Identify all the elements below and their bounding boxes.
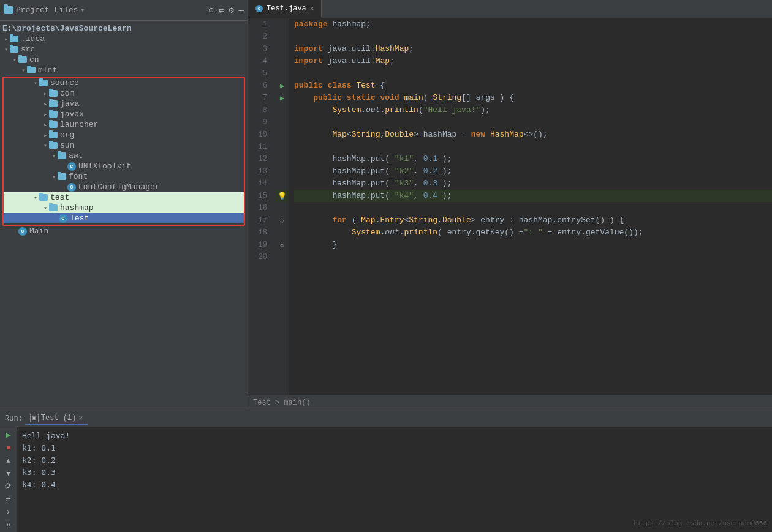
tree-test-class[interactable]: c Test <box>4 213 244 223</box>
arrow-sun <box>42 142 49 149</box>
token: ( <box>418 104 423 116</box>
tree-fontconfigmanager[interactable]: c FontConfigManager <box>4 182 244 192</box>
tree-test-folder[interactable]: test <box>4 192 244 203</box>
token: . <box>380 104 385 116</box>
chevron-right-button[interactable] <box>2 506 15 517</box>
label-font: font <box>69 172 88 181</box>
label-java: java <box>60 99 79 108</box>
class-icon-fontconfigmanager: c <box>67 183 76 192</box>
tree-hashmap[interactable]: hashmap <box>4 203 244 213</box>
g9 <box>276 116 289 129</box>
folder-icon-cn <box>18 56 27 63</box>
folder-icon-src <box>10 46 18 53</box>
token: ); <box>480 104 490 116</box>
play-icon <box>6 430 10 440</box>
label-hashmap: hashmap <box>60 203 94 212</box>
tree-mlnt[interactable]: mlnt <box>0 65 248 75</box>
breadcrumb-bar: Test > main() <box>248 395 772 410</box>
dropdown-arrow[interactable]: ▾ <box>80 6 85 14</box>
token: ( <box>347 214 361 227</box>
tree-cn[interactable]: cn <box>0 54 248 65</box>
token: [] args ) { <box>461 92 514 104</box>
project-folder-icon <box>4 6 13 14</box>
editor-tabs: c Test.java ✕ <box>248 0 772 18</box>
token <box>352 80 357 92</box>
editor-area: c Test.java ✕ 1 2 3 4 5 6 7 8 9 10 11 12… <box>248 0 772 410</box>
label-src: src <box>21 45 35 54</box>
ln-8: 8 <box>248 104 271 116</box>
project-path[interactable]: E:\projects\JavaSourceLearn <box>0 23 248 34</box>
ln-15: 15 <box>248 190 271 202</box>
arrow-launcher <box>42 121 49 129</box>
token: main <box>404 92 423 104</box>
token: . <box>376 214 380 227</box>
wrap-button[interactable] <box>2 493 15 504</box>
sidebar-header: Project Files ▾ ⊕ ⇄ ⚙ — <box>0 0 248 21</box>
run-stop-button[interactable] <box>2 443 15 453</box>
tree-org[interactable]: org <box>4 130 244 140</box>
token: HashMap <box>376 43 409 55</box>
label-source: source <box>50 78 79 88</box>
tree-com[interactable]: com <box>4 88 244 99</box>
token: println <box>404 227 437 239</box>
token: import <box>294 55 323 67</box>
token: static <box>347 92 376 104</box>
token: . <box>361 104 366 116</box>
code-line-16 <box>294 202 772 214</box>
tree-unixtoolkit[interactable]: c UNIXToolkit <box>4 161 244 171</box>
ln-1: 1 <box>248 18 271 31</box>
bulb-icon-15[interactable]: 💡 <box>278 192 287 201</box>
sidebar-header-icons: ⊕ ⇄ ⚙ — <box>208 5 244 15</box>
run-tab-test[interactable]: ▣ Test (1) ✕ <box>25 413 88 425</box>
tree-sun[interactable]: sun <box>4 140 244 151</box>
output-line-5: k4: 0.4 <box>22 479 767 491</box>
tree-idea[interactable]: .idea <box>0 34 248 44</box>
tree-source[interactable]: source <box>4 78 244 88</box>
run-play-button[interactable] <box>2 430 15 440</box>
tree-java[interactable]: java <box>4 99 244 109</box>
close-run-tab-icon[interactable]: ✕ <box>78 414 83 422</box>
run-gutter-7[interactable]: ▶ <box>280 94 284 103</box>
token: for <box>332 214 346 227</box>
close-tab-icon[interactable]: ✕ <box>310 4 314 12</box>
minimize-icon[interactable]: — <box>239 6 244 15</box>
code-line-15: hashMap.put( "k4", 0.4 ); <box>294 190 772 202</box>
tree-awt[interactable]: awt <box>4 151 244 161</box>
scroll-up-button[interactable] <box>2 455 15 466</box>
token: < <box>347 129 352 141</box>
code-area[interactable]: package hashmap; import java.util.HashMa… <box>289 18 772 395</box>
sidebar-title-area[interactable]: Project Files ▾ <box>4 6 206 15</box>
g17: ◇ <box>276 214 289 227</box>
token: ); <box>437 178 452 190</box>
g19: ◇ <box>276 239 289 251</box>
run-toolbar <box>0 427 17 532</box>
label-mlnt: mlnt <box>38 66 57 75</box>
token: "k3" <box>395 178 414 190</box>
tab-file-icon: c <box>255 5 263 12</box>
double-chevron-button[interactable] <box>2 519 15 530</box>
dump-button[interactable] <box>2 481 15 492</box>
folder-icon-hashmap <box>49 204 58 211</box>
split-icon[interactable]: ⇄ <box>219 5 224 15</box>
tab-test-java[interactable]: c Test.java ✕ <box>248 0 322 18</box>
scroll-down-button[interactable] <box>2 468 15 479</box>
token: , <box>437 214 442 227</box>
token <box>485 129 490 141</box>
chevron-right-icon <box>6 507 10 517</box>
tree-main[interactable]: c Main <box>0 226 248 236</box>
stop-icon <box>6 443 10 452</box>
tree-font[interactable]: font <box>4 171 244 182</box>
tree-src[interactable]: src <box>0 44 248 54</box>
tree-launcher[interactable]: launcher <box>4 119 244 130</box>
locate-icon[interactable]: ⊕ <box>208 5 213 15</box>
token <box>342 92 347 104</box>
ln-6: 6 <box>248 80 271 92</box>
run-gutter-6[interactable]: ▶ <box>280 81 284 91</box>
settings-icon[interactable]: ⚙ <box>229 5 233 15</box>
token: "k2" <box>395 165 414 178</box>
token: Map <box>332 129 346 141</box>
run-output: Hell java! k1: 0.1 k2: 0.2 k3: 0.3 k4: 0… <box>17 427 772 532</box>
sidebar-tree: E:\projects\JavaSourceLearn .idea src cn <box>0 21 248 410</box>
tree-javax[interactable]: javax <box>4 109 244 119</box>
token: ); <box>437 165 452 178</box>
